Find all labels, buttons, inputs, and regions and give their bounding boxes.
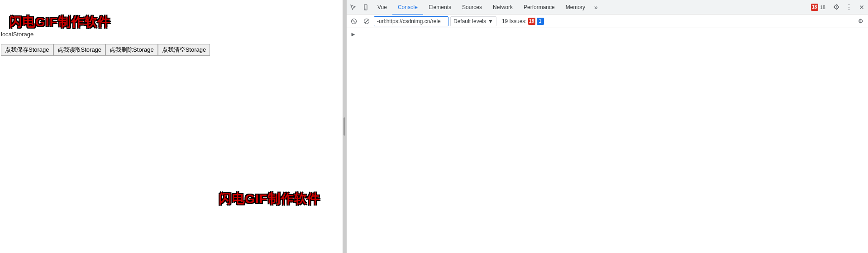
buttons-row: 点我保存Storage 点我读取Storage 点我删除Storage 点我清空… — [1, 44, 210, 56]
error-badge-icon: 18 — [811, 4, 818, 11]
issues-label: 19 Issues: — [502, 18, 527, 24]
tab-network[interactable]: Network — [487, 0, 518, 15]
console-content[interactable]: ► — [347, 28, 868, 253]
devtools-panel: Vue Console Elements Sources Network Per… — [346, 0, 868, 253]
resize-divider[interactable] — [343, 0, 346, 253]
issues-info-badge: 1 — [537, 18, 544, 25]
delete-storage-button[interactable]: 点我删除Storage — [105, 44, 158, 56]
more-options-button[interactable]: ⋮ — [843, 0, 855, 15]
console-filter-input[interactable] — [374, 16, 448, 26]
tab-memory[interactable]: Memory — [560, 0, 591, 15]
console-prompt-arrow: ► — [350, 31, 356, 38]
issues-error-badge: 18 — [528, 18, 535, 25]
more-tabs-button[interactable]: » — [591, 0, 601, 15]
console-settings-button[interactable]: ⚙ — [855, 16, 866, 27]
save-storage-button[interactable]: 点我保存Storage — [1, 44, 53, 56]
log-levels-dropdown[interactable]: Default levels ▼ — [450, 16, 496, 26]
divider-handle — [343, 117, 345, 136]
devtools-tab-bar: Vue Console Elements Sources Network Per… — [347, 0, 868, 15]
tab-memory-label: Memory — [566, 4, 585, 10]
watermark-bottom: 闪电GIF制作软件 — [219, 190, 320, 208]
console-toolbar: Default levels ▼ 19 Issues: 18 1 ⚙ — [347, 15, 868, 28]
settings-button[interactable]: ⚙ — [830, 0, 843, 15]
tab-vue[interactable]: Vue — [372, 0, 392, 15]
device-toolbar-button[interactable] — [359, 0, 372, 15]
close-devtools-button[interactable]: ✕ — [855, 0, 868, 15]
watermark-top: 闪电GIF制作软件 — [9, 14, 110, 31]
log-levels-label: Default levels — [453, 18, 486, 24]
tab-performance-label: Performance — [524, 4, 555, 10]
cursor-icon — [350, 4, 356, 10]
tab-sources[interactable]: Sources — [457, 0, 487, 15]
block-icon — [363, 18, 370, 24]
tab-elements-label: Elements — [429, 4, 451, 10]
svg-line-3 — [353, 19, 356, 23]
tab-performance[interactable]: Performance — [518, 0, 560, 15]
read-storage-button[interactable]: 点我读取Storage — [53, 44, 106, 56]
page-title: localStorage — [1, 31, 33, 38]
inspect-element-button[interactable] — [347, 0, 359, 15]
device-icon — [362, 4, 369, 10]
log-levels-chevron: ▼ — [488, 18, 493, 24]
tab-console[interactable]: Console — [392, 0, 423, 15]
error-count-badge[interactable]: 18 18 — [811, 4, 827, 11]
block-requests-button[interactable] — [361, 16, 372, 27]
issues-badge[interactable]: 19 Issues: 18 1 — [502, 18, 544, 25]
tab-sources-label: Sources — [462, 4, 482, 10]
tab-elements[interactable]: Elements — [423, 0, 457, 15]
clear-storage-button[interactable]: 点我清空Storage — [158, 44, 210, 56]
clear-icon — [351, 18, 357, 24]
tab-vue-label: Vue — [377, 4, 387, 10]
tab-console-label: Console — [398, 4, 418, 10]
error-badge-count: 18 — [820, 5, 825, 10]
webpage-panel: 闪电GIF制作软件 localStorage 点我保存Storage 点我读取S… — [0, 0, 343, 253]
devtools-tabs-right: 18 18 ⚙ ⋮ ✕ — [811, 0, 868, 15]
tab-network-label: Network — [493, 4, 513, 10]
clear-console-button[interactable] — [348, 16, 359, 27]
